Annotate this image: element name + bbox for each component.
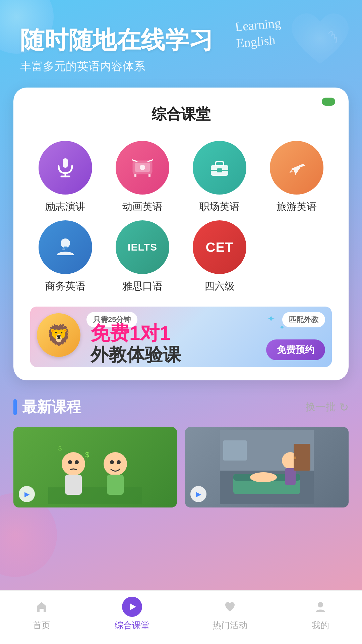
svg-rect-13: [217, 168, 222, 172]
banner-mascot-area: 🦁: [37, 313, 90, 367]
svg-point-25: [110, 460, 114, 464]
svg-rect-34: [285, 468, 296, 485]
svg-point-39: [318, 602, 323, 607]
svg-rect-37: [223, 440, 247, 461]
course-item-ielts[interactable]: IELTS 雅思口语: [107, 220, 178, 293]
promo-banner[interactable]: 🦁 只需25分钟 免费1对1 外教体验课 匹配外教 免费预约 ✦ ✦: [30, 307, 332, 367]
nav-label-classroom: 综合课堂: [115, 620, 149, 631]
course-icon-anime: [116, 141, 169, 195]
nav-icon-classroom: [122, 597, 142, 617]
section-title: 综合课堂: [30, 104, 332, 124]
latest-title: 最新课程: [22, 397, 81, 417]
svg-point-19: [68, 460, 72, 464]
nav-item-classroom[interactable]: 综合课堂: [115, 597, 149, 631]
course-item-speech[interactable]: 励志演讲: [30, 141, 101, 214]
course-item-business[interactable]: 商务英语: [30, 220, 101, 293]
nav-icon-mine: [310, 597, 330, 617]
card-indicator: [322, 98, 335, 106]
thumbnail-1[interactable]: $ $ ▶: [13, 427, 177, 507]
latest-title-wrapper: 最新课程: [13, 397, 81, 417]
char-container-1: $ $: [13, 427, 177, 507]
svg-point-18: [62, 452, 85, 476]
refresh-button[interactable]: 换一批 ↻: [306, 400, 349, 414]
banner-star-deco2: ✦: [279, 323, 285, 331]
course-label-travel: 旅游英语: [277, 200, 317, 214]
course-item-workplace[interactable]: 职场英语: [184, 141, 255, 214]
course-label-speech: 励志演讲: [45, 200, 85, 214]
course-label-ielts: 雅思口语: [122, 279, 163, 293]
nav-item-activity[interactable]: 热门活动: [213, 597, 247, 631]
nav-label-mine: 我的: [312, 620, 329, 631]
char-container-2: [185, 427, 349, 507]
nav-icon-home: [32, 597, 52, 617]
script-decoration: Learning English: [234, 15, 283, 52]
course-label-anime: 动画英语: [122, 200, 163, 214]
svg-point-32: [250, 472, 277, 482]
bottom-navigation: 首页 综合课堂 热门活动 我的: [0, 590, 362, 644]
refresh-label: 换一批: [306, 400, 336, 414]
svg-rect-11: [216, 162, 224, 166]
svg-rect-15: [64, 247, 67, 249]
course-grid-row1: 励志演讲 动画英语: [30, 141, 332, 214]
course-item-cet[interactable]: CET 四六级: [184, 220, 255, 293]
banner-main-text: 免费1对1 外教体验课: [90, 323, 181, 367]
course-label-business: 商务英语: [45, 279, 85, 293]
course-icon-business: [39, 220, 92, 274]
course-thumbnails: $ $ ▶: [13, 427, 349, 507]
header-section: Learning English 随时随地在线学习 丰富多元的英语内容体系: [0, 0, 362, 88]
svg-rect-21: [65, 475, 82, 495]
play-button-1[interactable]: ▶: [19, 486, 35, 502]
nav-label-home: 首页: [33, 620, 50, 631]
latest-title-bar: [13, 399, 17, 415]
course-grid-row2: 商务英语 IELTS 雅思口语 CET 四六级: [30, 220, 332, 293]
course-label-workplace: 职场英语: [199, 200, 240, 214]
course-icon-cet: CET: [193, 220, 246, 274]
nav-icon-activity: [220, 597, 240, 617]
play-button-2[interactable]: ▶: [190, 486, 206, 502]
refresh-icon: ↻: [339, 400, 349, 414]
svg-point-20: [75, 460, 79, 464]
course-item-empty: [261, 220, 332, 293]
svg-point-26: [117, 460, 121, 464]
svg-rect-27: [107, 475, 124, 495]
course-item-anime[interactable]: 动画英语: [107, 141, 178, 214]
latest-courses-section: 最新课程 换一批 ↻ $: [13, 397, 349, 507]
course-icon-travel: [270, 141, 323, 195]
course-item-travel[interactable]: 旅游英语: [261, 141, 332, 214]
svg-point-14: [61, 238, 70, 248]
svg-text:$: $: [85, 450, 89, 459]
main-card: 综合课堂 励志演讲: [13, 88, 349, 380]
nav-item-mine[interactable]: 我的: [310, 597, 330, 631]
svg-rect-7: [148, 174, 150, 177]
svg-point-36: [294, 457, 296, 459]
main-title: 随时随地在线学习: [20, 27, 342, 53]
svg-rect-17: [48, 487, 142, 504]
svg-text:$: $: [58, 445, 62, 452]
svg-rect-16: [62, 249, 65, 250]
svg-rect-6: [134, 174, 136, 177]
banner-star-deco: ✦: [267, 313, 275, 324]
course-label-cet: 四六级: [204, 279, 235, 293]
thumbnail-2[interactable]: ▶: [185, 427, 349, 507]
svg-point-24: [104, 452, 127, 476]
banner-badge-match: 匹配外教: [282, 312, 325, 327]
svg-rect-0: [63, 158, 68, 168]
nav-label-activity: 热门活动: [213, 620, 247, 631]
svg-point-5: [140, 165, 145, 170]
course-icon-workplace: [193, 141, 246, 195]
nav-item-home[interactable]: 首页: [32, 597, 52, 631]
svg-rect-35: [294, 444, 310, 471]
sub-title: 丰富多元的英语内容体系: [20, 59, 342, 74]
latest-header: 最新课程 换一批 ↻: [13, 397, 349, 417]
course-icon-ielts: IELTS: [116, 220, 169, 274]
svg-marker-38: [130, 603, 136, 610]
course-icon-speech: [39, 141, 92, 195]
banner-free-btn[interactable]: 免费预约: [266, 339, 325, 360]
